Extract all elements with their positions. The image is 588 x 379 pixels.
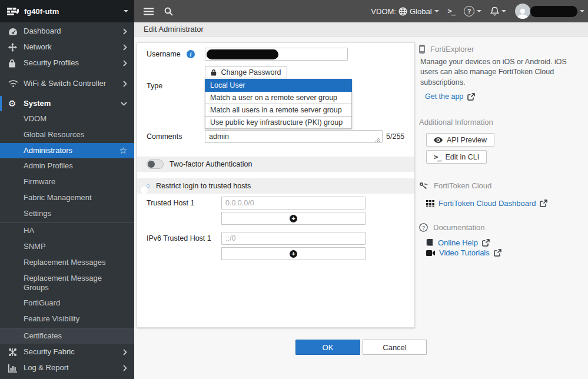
get-the-app-label: Get the app (425, 92, 463, 101)
comments-label: Comments (147, 132, 182, 141)
sidebar-item-dashboard[interactable]: Dashboard (0, 24, 134, 39)
fortitoken-cloud-header: FortiToken Cloud (419, 181, 491, 190)
sidebar-item-label: FortiGuard (24, 298, 127, 308)
sidebar-item-security-fabric[interactable]: Security Fabric (0, 344, 134, 360)
edit-in-cli-button[interactable]: >_ Edit in CLI (426, 150, 487, 164)
comments-counter: 5/255 (386, 132, 404, 141)
help-menu[interactable]: ? (464, 6, 481, 16)
fortitoken-dashboard-link[interactable]: FortiToken Cloud Dashboard (426, 199, 547, 208)
sidebar-item-ha[interactable]: HA (0, 223, 134, 239)
page-title-bar: Edit Administrator (134, 22, 588, 36)
video-tutorials-label: Video Tutorials (439, 248, 490, 257)
api-preview-button[interactable]: API Preview (426, 133, 494, 147)
resize-grip-icon[interactable] (375, 137, 380, 142)
notifications-menu[interactable] (490, 6, 506, 16)
online-help-label: Online Help (438, 238, 478, 247)
type-option-pki-group[interactable]: Use public key infrastructure (PKI) grou… (205, 117, 352, 129)
sidebar-item-label: Network (24, 42, 123, 52)
comments-textarea[interactable]: admin (205, 130, 383, 143)
twofactor-row: Two-factor Authentication (137, 157, 414, 172)
help-caret-icon (477, 10, 481, 12)
additional-information-header: Additional Information (419, 118, 493, 127)
info-icon[interactable]: i (187, 50, 195, 58)
book-icon (426, 239, 434, 247)
sidebar-item-fortiguard[interactable]: FortiGuard (0, 295, 134, 311)
chevron-right-icon (123, 44, 127, 51)
external-link-icon (467, 93, 475, 101)
hostname-menu[interactable]: fg40f-utm (0, 0, 134, 22)
sidebar-item-log-report[interactable]: Log & Report (0, 360, 134, 376)
sidebar-item-fabric-management[interactable]: Fabric Management (0, 190, 134, 206)
type-option-local-user[interactable]: Local User (205, 79, 352, 92)
sidebar-item-security-profiles[interactable]: Security Profiles (0, 55, 134, 71)
video-tutorials-link[interactable]: Video Tutorials (426, 248, 501, 257)
search-icon[interactable] (164, 7, 173, 16)
menu-toggle-icon[interactable] (144, 8, 154, 15)
external-link-icon (540, 200, 547, 207)
change-password-button[interactable]: Change Password (205, 66, 287, 78)
sidebar-item-global-resources[interactable]: Global Resources (0, 127, 134, 143)
plus-icon: + (290, 250, 297, 258)
sidebar-item-label: SNMP (24, 242, 127, 251)
sidebar-item-label: Security Fabric (24, 347, 123, 357)
ok-label: OK (323, 343, 334, 352)
ipv6-trusted-host1-input[interactable] (221, 232, 366, 245)
chevron-right-icon (123, 349, 127, 355)
sidebar-item-label: Feature Visibility (24, 314, 127, 324)
add-trusted-host-button[interactable]: + (221, 212, 366, 225)
hostname-label: fg40f-utm (24, 7, 124, 16)
sidebar-item-label: Replacement Message Groups (24, 274, 127, 293)
sidebar-item-firmware[interactable]: Firmware (0, 174, 134, 190)
change-password-label: Change Password (221, 68, 281, 77)
type-option-match-all-users[interactable]: Match all users in a remote server group (205, 104, 352, 117)
page-title: Edit Administrator (144, 25, 204, 34)
sidebar-item-replacement-messages[interactable]: Replacement Messages (0, 255, 134, 271)
question-circle-icon: ? (419, 223, 428, 232)
documentation-title: Documentation (433, 223, 484, 232)
get-the-app-link[interactable]: Get the app (425, 92, 475, 101)
lock-icon (211, 69, 217, 76)
sidebar-item-vdom[interactable]: VDOM (0, 111, 134, 127)
sidebar-item-replacement-message-groups[interactable]: Replacement Message Groups (0, 271, 134, 295)
sidebar-item-network[interactable]: Network (0, 39, 134, 55)
sidebar-item-label: Settings (24, 209, 127, 218)
documentation-header: ? Documentation (419, 223, 484, 232)
sidebar-item-certificates[interactable]: Certificates (0, 328, 134, 344)
user-menu[interactable] (515, 4, 584, 19)
vdom-value: Global (410, 7, 432, 16)
sidebar-item-wifi-switch-controller[interactable]: WiFi & Switch Controller (0, 71, 134, 96)
external-link-icon (482, 239, 490, 247)
sidebar-item-feature-visibility[interactable]: Feature Visibility (0, 311, 134, 327)
sidebar-item-label: Certificates (24, 331, 127, 341)
sidebar-item-snmp[interactable]: SNMP (0, 239, 134, 255)
chevron-right-icon (123, 28, 127, 35)
sidebar-item-label: Security Profiles (24, 58, 123, 68)
sidebar-item-label: Fabric Management (24, 193, 127, 202)
top-bar: fg40f-utm VDOM: Global >_ ? (0, 0, 588, 22)
sidebar-item-settings[interactable]: Settings (0, 206, 134, 222)
fortigate-logo-icon (7, 8, 19, 15)
chevron-right-icon (123, 365, 127, 371)
vdom-selector[interactable]: VDOM: Global (371, 7, 438, 16)
twofactor-toggle[interactable] (147, 159, 164, 169)
dashboard-grid-icon (426, 200, 434, 207)
sidebar-item-administrators[interactable]: Administrators ☆ (0, 143, 134, 158)
sidebar-nav: Dashboard Network Security Profiles WiFi… (0, 22, 134, 379)
type-option-match-user[interactable]: Match a user on a remote server group (205, 92, 352, 104)
svg-text:?: ? (422, 225, 425, 231)
chevron-down-icon (121, 102, 127, 106)
sidebar-item-label: Admin Profiles (24, 161, 127, 171)
ok-button[interactable]: OK (295, 340, 360, 355)
cancel-button[interactable]: Cancel (363, 340, 427, 355)
trusted-host1-input[interactable] (221, 197, 366, 210)
gear-icon: ⚙ (8, 98, 24, 109)
online-help-link[interactable]: Online Help (426, 238, 490, 247)
sidebar-item-admin-profiles[interactable]: Admin Profiles (0, 158, 134, 174)
keys-icon (419, 182, 428, 190)
add-ipv6-trusted-host-button[interactable]: + (221, 247, 366, 260)
sidebar-item-system[interactable]: ⚙ System (0, 96, 134, 111)
chevron-right-icon (123, 81, 127, 87)
fortitoken-dashboard-label: FortiToken Cloud Dashboard (438, 199, 536, 208)
favorite-star-icon[interactable]: ☆ (119, 145, 127, 156)
cli-console-icon[interactable]: >_ (448, 7, 455, 15)
